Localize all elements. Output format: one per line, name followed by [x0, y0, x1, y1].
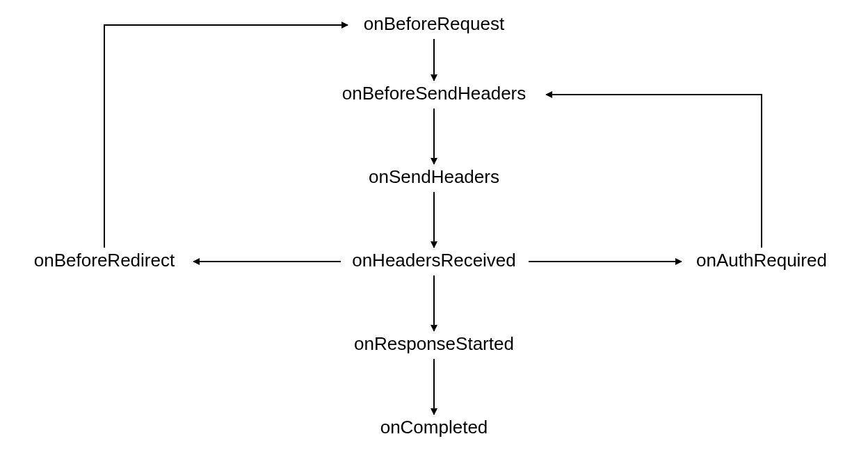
node-on-before-send-headers: onBeforeSendHeaders	[342, 83, 527, 104]
node-on-auth-required: onAuthRequired	[696, 250, 827, 271]
node-on-send-headers: onSendHeaders	[369, 166, 499, 187]
node-on-before-redirect: onBeforeRedirect	[34, 250, 175, 271]
node-on-response-started: onResponseStarted	[354, 333, 514, 354]
node-on-headers-received: onHeadersReceived	[352, 250, 516, 271]
node-on-completed: onCompleted	[380, 417, 488, 438]
edge-auth-required-to-before-send-headers	[546, 95, 762, 248]
node-on-before-request: onBeforeRequest	[364, 13, 505, 34]
lifecycle-diagram: onBeforeRequest onBeforeSendHeaders onSe…	[0, 0, 868, 473]
edge-before-redirect-to-before-request	[104, 25, 348, 248]
